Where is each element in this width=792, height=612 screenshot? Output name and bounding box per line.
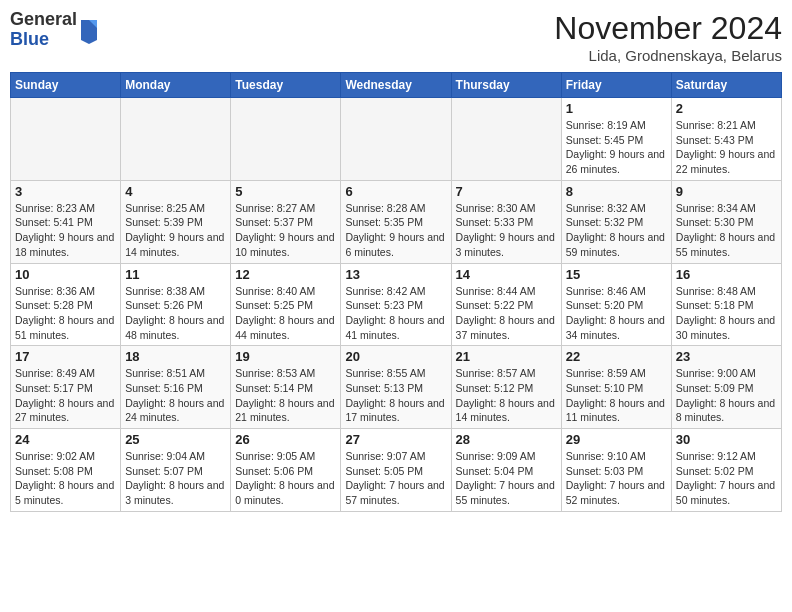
day-info: Sunrise: 8:55 AM Sunset: 5:13 PM Dayligh… <box>345 366 446 425</box>
day-info: Sunrise: 9:05 AM Sunset: 5:06 PM Dayligh… <box>235 449 336 508</box>
day-number: 13 <box>345 267 446 282</box>
calendar-cell: 5Sunrise: 8:27 AM Sunset: 5:37 PM Daylig… <box>231 180 341 263</box>
day-number: 12 <box>235 267 336 282</box>
calendar-cell <box>121 98 231 181</box>
calendar-cell <box>231 98 341 181</box>
day-number: 22 <box>566 349 667 364</box>
day-info: Sunrise: 8:42 AM Sunset: 5:23 PM Dayligh… <box>345 284 446 343</box>
day-info: Sunrise: 8:30 AM Sunset: 5:33 PM Dayligh… <box>456 201 557 260</box>
title-area: November 2024 Lida, Grodnenskaya, Belaru… <box>554 10 782 64</box>
day-info: Sunrise: 8:44 AM Sunset: 5:22 PM Dayligh… <box>456 284 557 343</box>
calendar-cell: 4Sunrise: 8:25 AM Sunset: 5:39 PM Daylig… <box>121 180 231 263</box>
day-info: Sunrise: 9:07 AM Sunset: 5:05 PM Dayligh… <box>345 449 446 508</box>
day-number: 24 <box>15 432 116 447</box>
week-row-1: 3Sunrise: 8:23 AM Sunset: 5:41 PM Daylig… <box>11 180 782 263</box>
day-number: 26 <box>235 432 336 447</box>
calendar-cell: 26Sunrise: 9:05 AM Sunset: 5:06 PM Dayli… <box>231 429 341 512</box>
day-info: Sunrise: 8:34 AM Sunset: 5:30 PM Dayligh… <box>676 201 777 260</box>
day-number: 23 <box>676 349 777 364</box>
calendar-cell: 12Sunrise: 8:40 AM Sunset: 5:25 PM Dayli… <box>231 263 341 346</box>
logo-icon <box>79 16 99 44</box>
calendar-title: November 2024 <box>554 10 782 47</box>
calendar-cell: 16Sunrise: 8:48 AM Sunset: 5:18 PM Dayli… <box>671 263 781 346</box>
day-number: 10 <box>15 267 116 282</box>
day-info: Sunrise: 9:10 AM Sunset: 5:03 PM Dayligh… <box>566 449 667 508</box>
calendar-cell: 23Sunrise: 9:00 AM Sunset: 5:09 PM Dayli… <box>671 346 781 429</box>
calendar-cell: 27Sunrise: 9:07 AM Sunset: 5:05 PM Dayli… <box>341 429 451 512</box>
day-info: Sunrise: 9:00 AM Sunset: 5:09 PM Dayligh… <box>676 366 777 425</box>
day-info: Sunrise: 8:32 AM Sunset: 5:32 PM Dayligh… <box>566 201 667 260</box>
day-info: Sunrise: 9:12 AM Sunset: 5:02 PM Dayligh… <box>676 449 777 508</box>
calendar-cell: 18Sunrise: 8:51 AM Sunset: 5:16 PM Dayli… <box>121 346 231 429</box>
day-number: 16 <box>676 267 777 282</box>
calendar-cell: 17Sunrise: 8:49 AM Sunset: 5:17 PM Dayli… <box>11 346 121 429</box>
day-number: 29 <box>566 432 667 447</box>
calendar-cell: 21Sunrise: 8:57 AM Sunset: 5:12 PM Dayli… <box>451 346 561 429</box>
day-number: 27 <box>345 432 446 447</box>
calendar-cell: 14Sunrise: 8:44 AM Sunset: 5:22 PM Dayli… <box>451 263 561 346</box>
day-info: Sunrise: 8:53 AM Sunset: 5:14 PM Dayligh… <box>235 366 336 425</box>
day-number: 21 <box>456 349 557 364</box>
day-info: Sunrise: 9:04 AM Sunset: 5:07 PM Dayligh… <box>125 449 226 508</box>
weekday-header-tuesday: Tuesday <box>231 73 341 98</box>
calendar-cell: 9Sunrise: 8:34 AM Sunset: 5:30 PM Daylig… <box>671 180 781 263</box>
week-row-2: 10Sunrise: 8:36 AM Sunset: 5:28 PM Dayli… <box>11 263 782 346</box>
logo-general: General <box>10 10 77 30</box>
calendar-cell: 25Sunrise: 9:04 AM Sunset: 5:07 PM Dayli… <box>121 429 231 512</box>
day-info: Sunrise: 8:49 AM Sunset: 5:17 PM Dayligh… <box>15 366 116 425</box>
calendar-cell: 30Sunrise: 9:12 AM Sunset: 5:02 PM Dayli… <box>671 429 781 512</box>
logo-text: General Blue <box>10 10 77 50</box>
weekday-header-monday: Monday <box>121 73 231 98</box>
day-info: Sunrise: 8:28 AM Sunset: 5:35 PM Dayligh… <box>345 201 446 260</box>
calendar-cell: 11Sunrise: 8:38 AM Sunset: 5:26 PM Dayli… <box>121 263 231 346</box>
week-row-3: 17Sunrise: 8:49 AM Sunset: 5:17 PM Dayli… <box>11 346 782 429</box>
calendar-cell: 10Sunrise: 8:36 AM Sunset: 5:28 PM Dayli… <box>11 263 121 346</box>
weekday-header-saturday: Saturday <box>671 73 781 98</box>
week-row-4: 24Sunrise: 9:02 AM Sunset: 5:08 PM Dayli… <box>11 429 782 512</box>
day-info: Sunrise: 8:40 AM Sunset: 5:25 PM Dayligh… <box>235 284 336 343</box>
weekday-header-wednesday: Wednesday <box>341 73 451 98</box>
day-number: 5 <box>235 184 336 199</box>
day-info: Sunrise: 8:59 AM Sunset: 5:10 PM Dayligh… <box>566 366 667 425</box>
day-info: Sunrise: 8:21 AM Sunset: 5:43 PM Dayligh… <box>676 118 777 177</box>
day-number: 28 <box>456 432 557 447</box>
day-info: Sunrise: 8:46 AM Sunset: 5:20 PM Dayligh… <box>566 284 667 343</box>
day-number: 11 <box>125 267 226 282</box>
day-number: 14 <box>456 267 557 282</box>
calendar-cell: 15Sunrise: 8:46 AM Sunset: 5:20 PM Dayli… <box>561 263 671 346</box>
weekday-header-row: SundayMondayTuesdayWednesdayThursdayFrid… <box>11 73 782 98</box>
calendar-cell <box>11 98 121 181</box>
day-number: 2 <box>676 101 777 116</box>
calendar-table: SundayMondayTuesdayWednesdayThursdayFrid… <box>10 72 782 512</box>
day-number: 8 <box>566 184 667 199</box>
day-number: 15 <box>566 267 667 282</box>
day-info: Sunrise: 8:27 AM Sunset: 5:37 PM Dayligh… <box>235 201 336 260</box>
day-number: 30 <box>676 432 777 447</box>
calendar-cell: 24Sunrise: 9:02 AM Sunset: 5:08 PM Dayli… <box>11 429 121 512</box>
calendar-cell: 19Sunrise: 8:53 AM Sunset: 5:14 PM Dayli… <box>231 346 341 429</box>
weekday-header-sunday: Sunday <box>11 73 121 98</box>
calendar-cell: 20Sunrise: 8:55 AM Sunset: 5:13 PM Dayli… <box>341 346 451 429</box>
day-number: 1 <box>566 101 667 116</box>
calendar-cell: 29Sunrise: 9:10 AM Sunset: 5:03 PM Dayli… <box>561 429 671 512</box>
calendar-cell: 22Sunrise: 8:59 AM Sunset: 5:10 PM Dayli… <box>561 346 671 429</box>
calendar-cell: 3Sunrise: 8:23 AM Sunset: 5:41 PM Daylig… <box>11 180 121 263</box>
day-number: 4 <box>125 184 226 199</box>
day-info: Sunrise: 8:51 AM Sunset: 5:16 PM Dayligh… <box>125 366 226 425</box>
day-number: 18 <box>125 349 226 364</box>
week-row-0: 1Sunrise: 8:19 AM Sunset: 5:45 PM Daylig… <box>11 98 782 181</box>
day-info: Sunrise: 8:38 AM Sunset: 5:26 PM Dayligh… <box>125 284 226 343</box>
calendar-cell <box>341 98 451 181</box>
day-number: 20 <box>345 349 446 364</box>
day-number: 7 <box>456 184 557 199</box>
day-number: 17 <box>15 349 116 364</box>
day-info: Sunrise: 9:02 AM Sunset: 5:08 PM Dayligh… <box>15 449 116 508</box>
logo: General Blue <box>10 10 99 50</box>
day-number: 3 <box>15 184 116 199</box>
calendar-cell: 13Sunrise: 8:42 AM Sunset: 5:23 PM Dayli… <box>341 263 451 346</box>
calendar-cell: 2Sunrise: 8:21 AM Sunset: 5:43 PM Daylig… <box>671 98 781 181</box>
day-number: 25 <box>125 432 226 447</box>
calendar-subtitle: Lida, Grodnenskaya, Belarus <box>554 47 782 64</box>
day-info: Sunrise: 9:09 AM Sunset: 5:04 PM Dayligh… <box>456 449 557 508</box>
day-info: Sunrise: 8:57 AM Sunset: 5:12 PM Dayligh… <box>456 366 557 425</box>
